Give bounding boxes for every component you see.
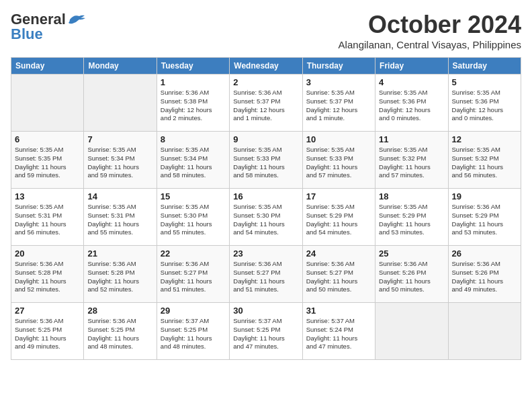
logo: General Blue [11,11,86,43]
calendar-cell: 7Sunrise: 5:35 AMSunset: 5:34 PMDaylight… [84,132,157,189]
calendar-cell: 27Sunrise: 5:36 AMSunset: 5:25 PMDayligh… [11,303,84,360]
day-number: 7 [87,134,152,144]
day-number: 13 [15,191,80,201]
day-info: Sunrise: 5:36 AMSunset: 5:26 PMDaylight:… [452,260,517,294]
day-number: 19 [452,191,517,201]
day-info: Sunrise: 5:35 AMSunset: 5:37 PMDaylight:… [306,89,371,123]
calendar-cell: 25Sunrise: 5:36 AMSunset: 5:26 PMDayligh… [375,246,448,303]
weekday-header-wednesday: Wednesday [230,58,302,75]
day-number: 16 [233,191,298,201]
calendar-cell: 8Sunrise: 5:35 AMSunset: 5:34 PMDaylight… [157,132,229,189]
calendar-week-row: 13Sunrise: 5:35 AMSunset: 5:31 PMDayligh… [11,189,521,246]
calendar-cell: 29Sunrise: 5:37 AMSunset: 5:25 PMDayligh… [157,303,229,360]
day-number: 11 [379,134,444,144]
day-info: Sunrise: 5:35 AMSunset: 5:34 PMDaylight:… [87,146,152,180]
weekday-header-saturday: Saturday [448,58,521,75]
day-number: 5 [452,77,517,87]
calendar-cell: 22Sunrise: 5:36 AMSunset: 5:27 PMDayligh… [157,246,229,303]
calendar-cell: 10Sunrise: 5:35 AMSunset: 5:33 PMDayligh… [302,132,375,189]
day-number: 4 [379,77,444,87]
calendar-cell: 9Sunrise: 5:35 AMSunset: 5:33 PMDaylight… [230,132,302,189]
day-number: 8 [161,134,226,144]
calendar-cell: 16Sunrise: 5:35 AMSunset: 5:30 PMDayligh… [230,189,302,246]
day-number: 23 [233,248,298,259]
weekday-header-row: SundayMondayTuesdayWednesdayThursdayFrid… [11,58,521,75]
day-number: 1 [161,77,226,87]
calendar-cell: 12Sunrise: 5:35 AMSunset: 5:32 PMDayligh… [448,132,521,189]
weekday-header-monday: Monday [84,58,157,75]
calendar-cell: 24Sunrise: 5:36 AMSunset: 5:27 PMDayligh… [302,246,375,303]
day-info: Sunrise: 5:36 AMSunset: 5:25 PMDaylight:… [87,317,152,351]
day-info: Sunrise: 5:35 AMSunset: 5:31 PMDaylight:… [15,203,80,237]
calendar-cell: 17Sunrise: 5:35 AMSunset: 5:29 PMDayligh… [302,189,375,246]
calendar-cell: 13Sunrise: 5:35 AMSunset: 5:31 PMDayligh… [11,189,84,246]
month-title: October 2024 [339,11,521,39]
logo-bird-icon [67,13,86,26]
day-info: Sunrise: 5:35 AMSunset: 5:31 PMDaylight:… [87,203,152,237]
day-info: Sunrise: 5:36 AMSunset: 5:37 PMDaylight:… [233,89,298,123]
calendar-cell [375,303,448,360]
calendar-cell: 6Sunrise: 5:35 AMSunset: 5:35 PMDaylight… [11,132,84,189]
calendar-cell: 1Sunrise: 5:36 AMSunset: 5:38 PMDaylight… [157,75,229,132]
calendar-cell [11,75,84,132]
day-info: Sunrise: 5:35 AMSunset: 5:32 PMDaylight:… [452,146,517,180]
day-number: 21 [87,248,152,259]
calendar-cell: 26Sunrise: 5:36 AMSunset: 5:26 PMDayligh… [448,246,521,303]
title-block: October 2024 Alangilanan, Central Visaya… [339,11,521,50]
day-number: 15 [161,191,226,201]
calendar-cell: 20Sunrise: 5:36 AMSunset: 5:28 PMDayligh… [11,246,84,303]
day-number: 20 [15,248,80,259]
calendar-cell: 5Sunrise: 5:35 AMSunset: 5:36 PMDaylight… [448,75,521,132]
day-number: 29 [161,306,226,316]
day-info: Sunrise: 5:36 AMSunset: 5:28 PMDaylight:… [87,260,152,294]
weekday-header-thursday: Thursday [302,58,375,75]
calendar-cell: 19Sunrise: 5:36 AMSunset: 5:29 PMDayligh… [448,189,521,246]
day-number: 25 [379,248,444,259]
day-number: 12 [452,134,517,144]
day-info: Sunrise: 5:36 AMSunset: 5:28 PMDaylight:… [15,260,80,294]
day-number: 30 [233,306,298,316]
day-number: 26 [452,248,517,259]
weekday-header-friday: Friday [375,58,448,75]
day-info: Sunrise: 5:35 AMSunset: 5:36 PMDaylight:… [379,89,444,123]
day-number: 2 [233,77,298,87]
calendar-week-row: 1Sunrise: 5:36 AMSunset: 5:38 PMDaylight… [11,75,521,132]
day-number: 28 [87,306,152,316]
day-info: Sunrise: 5:35 AMSunset: 5:34 PMDaylight:… [161,146,226,180]
day-info: Sunrise: 5:35 AMSunset: 5:30 PMDaylight:… [161,203,226,237]
day-info: Sunrise: 5:35 AMSunset: 5:36 PMDaylight:… [452,89,517,123]
day-info: Sunrise: 5:35 AMSunset: 5:33 PMDaylight:… [306,146,371,180]
calendar-cell: 15Sunrise: 5:35 AMSunset: 5:30 PMDayligh… [157,189,229,246]
calendar-cell: 30Sunrise: 5:37 AMSunset: 5:25 PMDayligh… [230,303,302,360]
day-number: 17 [306,191,371,201]
day-number: 24 [306,248,371,259]
calendar-cell: 14Sunrise: 5:35 AMSunset: 5:31 PMDayligh… [84,189,157,246]
calendar-cell: 23Sunrise: 5:36 AMSunset: 5:27 PMDayligh… [230,246,302,303]
day-number: 10 [306,134,371,144]
day-number: 14 [87,191,152,201]
day-number: 31 [306,306,371,316]
day-info: Sunrise: 5:37 AMSunset: 5:25 PMDaylight:… [161,317,226,351]
weekday-header-sunday: Sunday [11,58,84,75]
weekday-header-tuesday: Tuesday [157,58,229,75]
location-title: Alangilanan, Central Visayas, Philippine… [339,39,521,50]
day-info: Sunrise: 5:36 AMSunset: 5:27 PMDaylight:… [306,260,371,294]
day-info: Sunrise: 5:36 AMSunset: 5:26 PMDaylight:… [379,260,444,294]
calendar-week-row: 20Sunrise: 5:36 AMSunset: 5:28 PMDayligh… [11,246,521,303]
calendar-cell: 11Sunrise: 5:35 AMSunset: 5:32 PMDayligh… [375,132,448,189]
day-info: Sunrise: 5:35 AMSunset: 5:30 PMDaylight:… [233,203,298,237]
logo-blue: Blue [11,26,43,43]
day-info: Sunrise: 5:37 AMSunset: 5:25 PMDaylight:… [233,317,298,351]
calendar-week-row: 6Sunrise: 5:35 AMSunset: 5:35 PMDaylight… [11,132,521,189]
day-number: 27 [15,306,80,316]
day-info: Sunrise: 5:36 AMSunset: 5:38 PMDaylight:… [161,89,226,123]
day-number: 6 [15,134,80,144]
day-number: 3 [306,77,371,87]
calendar-cell [84,75,157,132]
day-info: Sunrise: 5:36 AMSunset: 5:27 PMDaylight:… [161,260,226,294]
calendar-cell: 21Sunrise: 5:36 AMSunset: 5:28 PMDayligh… [84,246,157,303]
day-info: Sunrise: 5:35 AMSunset: 5:29 PMDaylight:… [379,203,444,237]
day-info: Sunrise: 5:35 AMSunset: 5:35 PMDaylight:… [15,146,80,180]
day-info: Sunrise: 5:35 AMSunset: 5:29 PMDaylight:… [306,203,371,237]
calendar-cell: 28Sunrise: 5:36 AMSunset: 5:25 PMDayligh… [84,303,157,360]
